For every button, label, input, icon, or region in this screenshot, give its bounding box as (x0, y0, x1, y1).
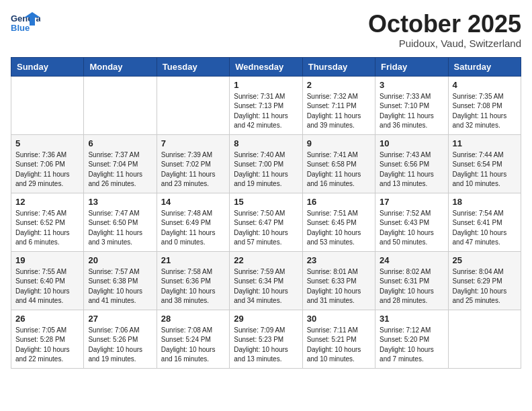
day-number: 30 (307, 314, 371, 324)
calendar-cell: 15Sunrise: 7:50 AM Sunset: 6:47 PM Dayli… (230, 193, 302, 251)
title-block: October 2025 Puidoux, Vaud, Switzerland (368, 11, 521, 49)
day-number: 3 (380, 80, 443, 90)
day-info: Sunrise: 7:51 AM Sunset: 6:45 PM Dayligh… (307, 209, 371, 248)
day-number: 1 (234, 80, 298, 90)
calendar-cell: 12Sunrise: 7:45 AM Sunset: 6:52 PM Dayli… (11, 193, 84, 251)
day-number: 27 (88, 314, 152, 324)
weekday-header: Wednesday (230, 57, 302, 76)
calendar-week-row: 19Sunrise: 7:55 AM Sunset: 6:40 PM Dayli… (11, 251, 521, 310)
calendar-week-row: 5Sunrise: 7:36 AM Sunset: 7:06 PM Daylig… (11, 134, 521, 193)
calendar-cell (11, 76, 84, 134)
calendar-cell: 10Sunrise: 7:43 AM Sunset: 6:56 PM Dayli… (375, 134, 448, 193)
calendar-cell: 7Sunrise: 7:39 AM Sunset: 7:02 PM Daylig… (157, 134, 229, 193)
day-info: Sunrise: 7:48 AM Sunset: 6:49 PM Dayligh… (161, 209, 225, 248)
day-number: 21 (161, 255, 225, 265)
calendar-cell (157, 76, 229, 134)
calendar-cell: 11Sunrise: 7:44 AM Sunset: 6:54 PM Dayli… (448, 134, 521, 193)
calendar-cell: 14Sunrise: 7:48 AM Sunset: 6:49 PM Dayli… (157, 193, 229, 251)
day-number: 28 (161, 314, 225, 324)
day-number: 18 (453, 197, 517, 207)
day-number: 12 (15, 197, 79, 207)
calendar-cell: 31Sunrise: 7:12 AM Sunset: 5:20 PM Dayli… (375, 310, 448, 368)
calendar-cell: 4Sunrise: 7:35 AM Sunset: 7:08 PM Daylig… (448, 76, 521, 134)
day-number: 6 (88, 138, 152, 148)
calendar-cell: 6Sunrise: 7:37 AM Sunset: 7:04 PM Daylig… (84, 134, 157, 193)
day-info: Sunrise: 7:31 AM Sunset: 7:13 PM Dayligh… (234, 92, 298, 131)
day-number: 16 (307, 197, 371, 207)
day-number: 15 (234, 197, 298, 207)
calendar-cell: 25Sunrise: 8:04 AM Sunset: 6:29 PM Dayli… (448, 251, 521, 310)
logo-icon: General Blue (11, 11, 40, 35)
day-number: 20 (88, 255, 152, 265)
calendar-cell: 20Sunrise: 7:57 AM Sunset: 6:38 PM Dayli… (84, 251, 157, 310)
day-number: 8 (234, 138, 298, 148)
day-number: 19 (15, 255, 79, 265)
day-info: Sunrise: 8:04 AM Sunset: 6:29 PM Dayligh… (453, 267, 517, 306)
day-info: Sunrise: 7:09 AM Sunset: 5:23 PM Dayligh… (234, 326, 298, 365)
day-info: Sunrise: 7:55 AM Sunset: 6:40 PM Dayligh… (15, 267, 79, 306)
weekday-header: Thursday (302, 57, 375, 76)
day-info: Sunrise: 7:52 AM Sunset: 6:43 PM Dayligh… (380, 209, 443, 248)
day-number: 22 (234, 255, 298, 265)
day-info: Sunrise: 7:36 AM Sunset: 7:06 PM Dayligh… (15, 150, 79, 189)
day-number: 23 (307, 255, 371, 265)
day-info: Sunrise: 7:12 AM Sunset: 5:20 PM Dayligh… (380, 326, 443, 365)
day-info: Sunrise: 7:32 AM Sunset: 7:11 PM Dayligh… (307, 92, 371, 131)
day-number: 26 (15, 314, 79, 324)
day-info: Sunrise: 7:58 AM Sunset: 6:36 PM Dayligh… (161, 267, 225, 306)
day-info: Sunrise: 8:01 AM Sunset: 6:33 PM Dayligh… (307, 267, 371, 306)
day-info: Sunrise: 7:54 AM Sunset: 6:41 PM Dayligh… (453, 209, 517, 248)
page-header: General Blue October 2025 Puidoux, Vaud,… (11, 11, 521, 49)
calendar-cell: 8Sunrise: 7:40 AM Sunset: 7:00 PM Daylig… (230, 134, 302, 193)
day-number: 31 (380, 314, 443, 324)
weekday-header-row: SundayMondayTuesdayWednesdayThursdayFrid… (11, 57, 521, 76)
calendar-week-row: 1Sunrise: 7:31 AM Sunset: 7:13 PM Daylig… (11, 76, 521, 134)
calendar-cell: 16Sunrise: 7:51 AM Sunset: 6:45 PM Dayli… (302, 193, 375, 251)
calendar-cell: 3Sunrise: 7:33 AM Sunset: 7:10 PM Daylig… (375, 76, 448, 134)
day-number: 24 (380, 255, 443, 265)
calendar-week-row: 26Sunrise: 7:05 AM Sunset: 5:28 PM Dayli… (11, 310, 521, 368)
calendar-cell (448, 310, 521, 368)
day-number: 7 (161, 138, 225, 148)
day-info: Sunrise: 7:11 AM Sunset: 5:21 PM Dayligh… (307, 326, 371, 365)
weekday-header: Monday (84, 57, 157, 76)
day-number: 4 (453, 80, 517, 90)
calendar-cell: 18Sunrise: 7:54 AM Sunset: 6:41 PM Dayli… (448, 193, 521, 251)
day-info: Sunrise: 7:57 AM Sunset: 6:38 PM Dayligh… (88, 267, 152, 306)
calendar-cell: 17Sunrise: 7:52 AM Sunset: 6:43 PM Dayli… (375, 193, 448, 251)
calendar-table: SundayMondayTuesdayWednesdayThursdayFrid… (11, 57, 521, 369)
weekday-header: Sunday (11, 57, 84, 76)
calendar-cell: 24Sunrise: 8:02 AM Sunset: 6:31 PM Dayli… (375, 251, 448, 310)
day-info: Sunrise: 7:39 AM Sunset: 7:02 PM Dayligh… (161, 150, 225, 189)
calendar-cell: 9Sunrise: 7:41 AM Sunset: 6:58 PM Daylig… (302, 134, 375, 193)
calendar-cell: 19Sunrise: 7:55 AM Sunset: 6:40 PM Dayli… (11, 251, 84, 310)
day-number: 29 (234, 314, 298, 324)
svg-text:Blue: Blue (11, 23, 30, 33)
day-number: 5 (15, 138, 79, 148)
day-number: 13 (88, 197, 152, 207)
day-info: Sunrise: 7:08 AM Sunset: 5:24 PM Dayligh… (161, 326, 225, 365)
day-info: Sunrise: 7:35 AM Sunset: 7:08 PM Dayligh… (453, 92, 517, 131)
calendar-cell: 1Sunrise: 7:31 AM Sunset: 7:13 PM Daylig… (230, 76, 302, 134)
day-info: Sunrise: 7:37 AM Sunset: 7:04 PM Dayligh… (88, 150, 152, 189)
day-number: 2 (307, 80, 371, 90)
calendar-cell: 28Sunrise: 7:08 AM Sunset: 5:24 PM Dayli… (157, 310, 229, 368)
day-number: 25 (453, 255, 517, 265)
calendar-cell: 26Sunrise: 7:05 AM Sunset: 5:28 PM Dayli… (11, 310, 84, 368)
calendar-cell: 29Sunrise: 7:09 AM Sunset: 5:23 PM Dayli… (230, 310, 302, 368)
day-info: Sunrise: 7:06 AM Sunset: 5:26 PM Dayligh… (88, 326, 152, 365)
day-number: 9 (307, 138, 371, 148)
calendar-cell: 5Sunrise: 7:36 AM Sunset: 7:06 PM Daylig… (11, 134, 84, 193)
day-number: 14 (161, 197, 225, 207)
day-info: Sunrise: 7:50 AM Sunset: 6:47 PM Dayligh… (234, 209, 298, 248)
day-info: Sunrise: 7:41 AM Sunset: 6:58 PM Dayligh… (307, 150, 371, 189)
day-info: Sunrise: 7:47 AM Sunset: 6:50 PM Dayligh… (88, 209, 152, 248)
calendar-cell: 13Sunrise: 7:47 AM Sunset: 6:50 PM Dayli… (84, 193, 157, 251)
calendar-cell (84, 76, 157, 134)
weekday-header: Saturday (448, 57, 521, 76)
day-info: Sunrise: 7:43 AM Sunset: 6:56 PM Dayligh… (380, 150, 443, 189)
calendar-cell: 21Sunrise: 7:58 AM Sunset: 6:36 PM Dayli… (157, 251, 229, 310)
calendar-cell: 22Sunrise: 7:59 AM Sunset: 6:34 PM Dayli… (230, 251, 302, 310)
month-title: October 2025 (368, 11, 521, 38)
calendar-week-row: 12Sunrise: 7:45 AM Sunset: 6:52 PM Dayli… (11, 193, 521, 251)
